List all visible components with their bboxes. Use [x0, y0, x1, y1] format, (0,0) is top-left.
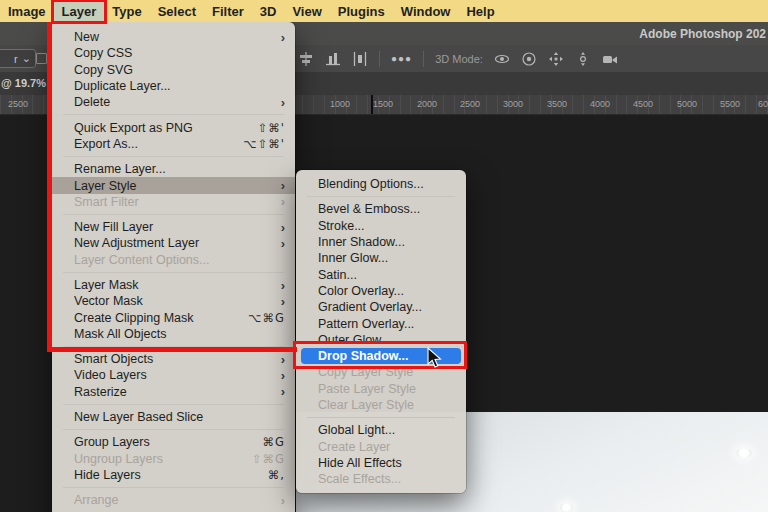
layer-menu-item-smart-filter: Smart Filter› — [52, 194, 295, 210]
layer-menu-item-create-clipping-mask[interactable]: Create Clipping Mask⌥⌘G — [52, 309, 295, 325]
layer-style-item-inner-glow[interactable]: Inner Glow... — [296, 250, 466, 266]
layer-menu-separator — [63, 214, 284, 215]
layer-style-item-satin[interactable]: Satin... — [296, 266, 466, 282]
layer-menu-item-new-layer-based-slice[interactable]: New Layer Based Slice — [52, 409, 295, 425]
options-separator — [379, 51, 380, 67]
layer-style-item-paste-layer-style: Paste Layer Style — [296, 381, 466, 397]
submenu-arrow-icon: › — [281, 295, 285, 308]
layer-menu-item-delete[interactable]: Delete› — [52, 94, 295, 110]
layer-menu-item-rename-layer[interactable]: Rename Layer... — [52, 161, 295, 177]
menubar-item-window[interactable]: Window — [393, 2, 459, 21]
tool-preset-dropdown[interactable]: r ⌄ — [0, 49, 36, 68]
align-horizontal-centers-icon[interactable] — [298, 51, 314, 67]
ruler-number: 4500 — [633, 99, 653, 109]
layer-style-item-clear-layer-style: Clear Layer Style — [296, 397, 466, 413]
slide-3d-icon[interactable] — [575, 51, 591, 67]
layer-style-item-pattern-overlay[interactable]: Pattern Overlay... — [296, 315, 466, 331]
menu-item-label: Rasterize — [74, 385, 273, 399]
menubar-item-filter[interactable]: Filter — [204, 2, 252, 21]
camera-3d-icon[interactable] — [602, 51, 618, 67]
layer-style-item-blending-options[interactable]: Blending Options... — [296, 176, 466, 192]
menubar-item-select[interactable]: Select — [150, 2, 204, 21]
layer-menu-item-copy-css[interactable]: Copy CSS — [52, 45, 295, 61]
layer-style-item-color-overlay[interactable]: Color Overlay... — [296, 283, 466, 299]
menu-item-label: Scale Effects... — [318, 472, 456, 486]
layer-menu-item-combine-shapes: Combine Shapes› — [52, 508, 295, 512]
ruler-number: 60 — [758, 99, 768, 109]
menu-item-shortcut: ⇧⌘' — [258, 121, 285, 135]
layer-menu-item-group-layers[interactable]: Group Layers⌘G — [52, 434, 295, 450]
ruler-number: 2500 — [460, 99, 480, 109]
menubar-item-plugins[interactable]: Plugins — [330, 2, 393, 21]
menu-item-label: Group Layers — [74, 435, 263, 449]
menu-item-label: Smart Filter — [74, 195, 273, 209]
orbit-3d-icon[interactable] — [494, 51, 510, 67]
menu-item-label: Pattern Overlay... — [318, 317, 456, 331]
layer-menu-item-mask-all-objects[interactable]: Mask All Objects — [52, 326, 295, 342]
layer-style-item-stroke[interactable]: Stroke... — [296, 218, 466, 234]
layer-style-item-gradient-overlay[interactable]: Gradient Overlay... — [296, 299, 466, 315]
menu-item-label: Arrange — [74, 493, 273, 507]
menubar-item-view[interactable]: View — [284, 2, 329, 21]
submenu-arrow-icon: › — [281, 385, 285, 398]
menu-item-label: Bevel & Emboss... — [318, 202, 456, 216]
3d-mode-label: 3D Mode: — [435, 53, 483, 65]
menu-item-label: Layer Content Options... — [74, 253, 285, 267]
menubar-item-type[interactable]: Type — [104, 2, 149, 21]
tool-preset-fragment: r — [14, 53, 18, 65]
layer-menu-item-duplicate-layer[interactable]: Duplicate Layer... — [52, 78, 295, 94]
menu-item-label: Inner Shadow... — [318, 235, 456, 249]
layer-style-item-global-light[interactable]: Global Light... — [296, 422, 466, 438]
layer-style-item-inner-shadow[interactable]: Inner Shadow... — [296, 234, 466, 250]
layer-style-submenu-panel: Blending Options...Bevel & Emboss...Stro… — [296, 170, 466, 493]
layer-menu-item-smart-objects[interactable]: Smart Objects› — [52, 351, 295, 367]
document-tab[interactable]: @ 19.7% ( — [1, 77, 53, 89]
layer-style-item-bevel-emboss[interactable]: Bevel & Emboss... — [296, 201, 466, 217]
menu-item-shortcut: ⇧⌘G — [252, 452, 285, 466]
menu-item-label: Delete — [74, 95, 273, 109]
layer-menu-item-video-layers[interactable]: Video Layers› — [52, 367, 295, 383]
menu-item-label: Ungroup Layers — [74, 452, 252, 466]
menubar-item-image[interactable]: Image — [0, 2, 54, 21]
layer-menu-item-vector-mask[interactable]: Vector Mask› — [52, 293, 295, 309]
menu-item-label: Paste Layer Style — [318, 382, 456, 396]
layer-style-item-hide-all-effects[interactable]: Hide All Effects — [296, 455, 466, 471]
app-title: Adobe Photoshop 202 — [639, 27, 766, 41]
menu-item-label: Blending Options... — [318, 177, 456, 191]
layer-menu-item-hide-layers[interactable]: Hide Layers⌘, — [52, 467, 295, 483]
layer-menu-item-new-adjustment-layer[interactable]: New Adjustment Layer› — [52, 235, 295, 251]
ruler-number: 1500 — [373, 99, 393, 109]
layer-menu-item-copy-svg[interactable]: Copy SVG — [52, 62, 295, 78]
photoshop-window: Adobe Photoshop 202 r ⌄ — [0, 0, 768, 512]
layer-menu-item-rasterize[interactable]: Rasterize› — [52, 384, 295, 400]
menubar-item-layer[interactable]: Layer — [54, 2, 105, 21]
options-checkbox[interactable] — [36, 53, 47, 64]
menu-item-label: Copy SVG — [74, 63, 285, 77]
menu-item-label: Video Layers — [74, 368, 273, 382]
layer-menu-item-new[interactable]: New› — [52, 29, 295, 45]
ruler-number: 3000 — [503, 99, 523, 109]
menubar-item-3d[interactable]: 3D — [252, 2, 285, 21]
layer-menu-item-ungroup-layers: Ungroup Layers⇧⌘G — [52, 451, 295, 467]
submenu-arrow-icon: › — [281, 195, 285, 208]
submenu-arrow-icon: › — [281, 31, 285, 44]
menu-item-label: Export As... — [74, 137, 243, 151]
more-options-button[interactable]: ●●● — [391, 53, 412, 64]
align-bottom-edges-icon[interactable] — [325, 51, 341, 67]
distribute-centers-icon[interactable] — [352, 51, 368, 67]
ruler-number: 5000 — [677, 99, 697, 109]
layer-menu-separator — [63, 429, 284, 430]
roll-3d-icon[interactable] — [521, 51, 537, 67]
layer-menu-item-quick-export-as-png[interactable]: Quick Export as PNG⇧⌘' — [52, 119, 295, 135]
layer-menu-item-export-as[interactable]: Export As...⌥⇧⌘' — [52, 136, 295, 152]
submenu-arrow-icon: › — [281, 221, 285, 234]
layer-menu-panel: New›Copy CSSCopy SVGDuplicate Layer...De… — [52, 22, 295, 512]
menubar-item-help[interactable]: Help — [458, 2, 502, 21]
drag-3d-icon[interactable] — [548, 51, 564, 67]
layer-menu-item-layer-style[interactable]: Layer Style› — [52, 177, 295, 193]
menu-item-label: Gradient Overlay... — [318, 300, 456, 314]
menu-item-label: Satin... — [318, 268, 456, 282]
layer-style-separator — [307, 417, 455, 418]
layer-menu-item-layer-mask[interactable]: Layer Mask› — [52, 277, 295, 293]
layer-menu-item-new-fill-layer[interactable]: New Fill Layer› — [52, 219, 295, 235]
